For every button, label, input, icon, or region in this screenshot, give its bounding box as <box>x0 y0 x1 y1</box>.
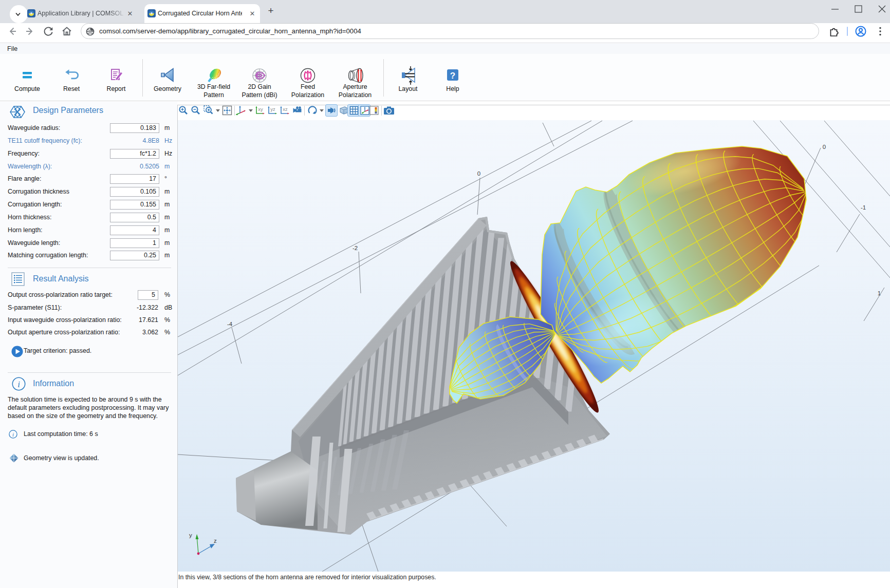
svg-text:xy: xy <box>258 106 263 112</box>
svg-text:xz: xz <box>283 106 288 112</box>
svg-text:0: 0 <box>477 170 480 177</box>
svg-text:-2: -2 <box>353 245 358 251</box>
svg-text:-4: -4 <box>227 321 233 327</box>
svg-text:z: z <box>214 538 217 544</box>
svg-text:i: i <box>12 431 14 438</box>
svg-text:i: i <box>17 380 20 389</box>
svg-text:0: 0 <box>823 144 826 150</box>
svg-text:y: y <box>189 532 192 538</box>
svg-text:yz: yz <box>270 106 275 112</box>
svg-text:1: 1 <box>878 290 881 296</box>
svg-text:?: ? <box>450 71 455 81</box>
svg-text:-1: -1 <box>861 204 866 211</box>
